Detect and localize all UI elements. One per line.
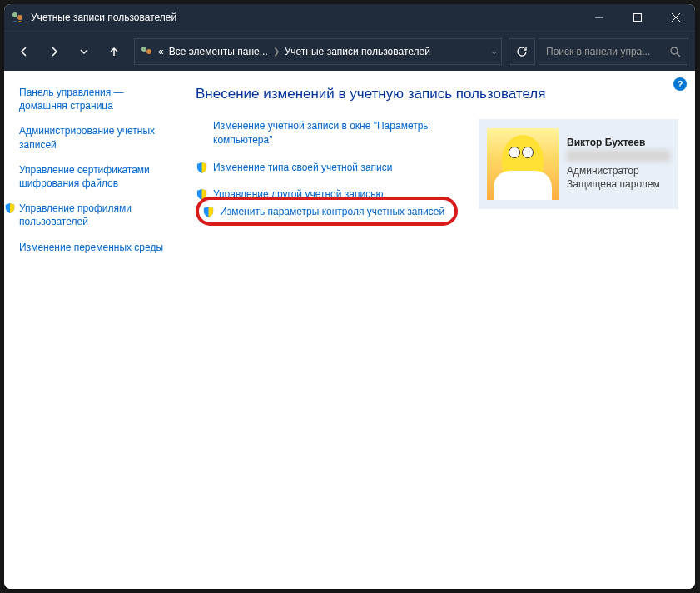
search-input[interactable]: Поиск в панели упра... bbox=[539, 38, 688, 65]
svg-rect-2 bbox=[634, 14, 642, 22]
svg-point-5 bbox=[671, 47, 678, 54]
help-icon[interactable]: ? bbox=[673, 77, 687, 91]
recent-button[interactable] bbox=[71, 38, 97, 65]
user-email-redacted bbox=[567, 150, 670, 162]
svg-point-4 bbox=[146, 49, 151, 54]
navbar: « Все элементы пане... ❯ Учетные записи … bbox=[4, 31, 695, 71]
breadcrumb-prefix: « bbox=[158, 46, 164, 57]
shield-icon bbox=[202, 206, 215, 218]
sidebar-item-home[interactable]: Панель управления — домашняя страница bbox=[19, 86, 169, 112]
links-column: Изменение учетной записи в окне "Парамет… bbox=[196, 119, 462, 226]
user-info: Виктор Бухтеев Администратор Защищена па… bbox=[567, 137, 670, 191]
sidebar-item-env-vars[interactable]: Изменение переменных среды bbox=[19, 241, 169, 254]
chevron-right-icon: ❯ bbox=[273, 47, 280, 56]
app-icon bbox=[11, 11, 24, 24]
user-card: Виктор Бухтеев Администратор Защищена па… bbox=[479, 119, 678, 209]
user-protection: Защищена паролем bbox=[567, 178, 670, 192]
search-placeholder: Поиск в панели упра... bbox=[546, 46, 664, 57]
svg-point-3 bbox=[141, 47, 146, 52]
window-controls bbox=[580, 4, 695, 31]
minimize-button[interactable] bbox=[580, 4, 618, 31]
content-area: ? Панель управления — домашняя страница … bbox=[4, 71, 695, 589]
link-change-account-type[interactable]: Изменение типа своей учетной записи bbox=[196, 161, 462, 175]
svg-point-0 bbox=[12, 12, 17, 17]
shield-icon bbox=[196, 162, 208, 174]
chevron-down-icon[interactable]: ⌵ bbox=[492, 47, 496, 56]
breadcrumb-icon bbox=[140, 45, 153, 58]
up-button[interactable] bbox=[101, 38, 127, 65]
maximize-button[interactable] bbox=[618, 4, 657, 31]
breadcrumb-item[interactable]: Все элементы пане... bbox=[169, 46, 268, 57]
link-change-uac-settings[interactable]: Изменить параметры контроля учетных запи… bbox=[202, 205, 444, 219]
shield-icon bbox=[4, 202, 16, 214]
back-button[interactable] bbox=[11, 38, 37, 65]
user-role: Администратор bbox=[567, 165, 670, 178]
close-button[interactable] bbox=[657, 4, 695, 31]
sidebar-item-profiles[interactable]: Управление профилями пользователей bbox=[19, 202, 169, 228]
titlebar: Учетные записи пользователей bbox=[4, 4, 695, 31]
sidebar-item-admin-accounts[interactable]: Администрирование учетных записей bbox=[19, 124, 169, 151]
breadcrumb-item[interactable]: Учетные записи пользователей bbox=[285, 46, 430, 57]
highlight-annotation: Изменить параметры контроля учетных запи… bbox=[196, 197, 458, 226]
page-heading: Внесение изменений в учетную запись поль… bbox=[196, 86, 678, 102]
main-content: Внесение изменений в учетную запись поль… bbox=[179, 71, 695, 589]
svg-point-1 bbox=[17, 15, 22, 20]
link-change-account-settings[interactable]: Изменение учетной записи в окне "Парамет… bbox=[196, 119, 462, 147]
avatar bbox=[487, 128, 559, 200]
refresh-button[interactable] bbox=[509, 38, 535, 65]
window: Учетные записи пользователей « Все элеме… bbox=[4, 4, 695, 589]
sidebar-item-certificates[interactable]: Управление сертификатами шифрования файл… bbox=[19, 163, 169, 190]
sidebar: Панель управления — домашняя страница Ад… bbox=[4, 71, 179, 589]
window-title: Учетные записи пользователей bbox=[31, 12, 580, 23]
user-name: Виктор Бухтеев bbox=[567, 137, 670, 148]
breadcrumb[interactable]: « Все элементы пане... ❯ Учетные записи … bbox=[134, 38, 502, 65]
forward-button[interactable] bbox=[41, 38, 67, 65]
search-icon bbox=[669, 46, 681, 57]
